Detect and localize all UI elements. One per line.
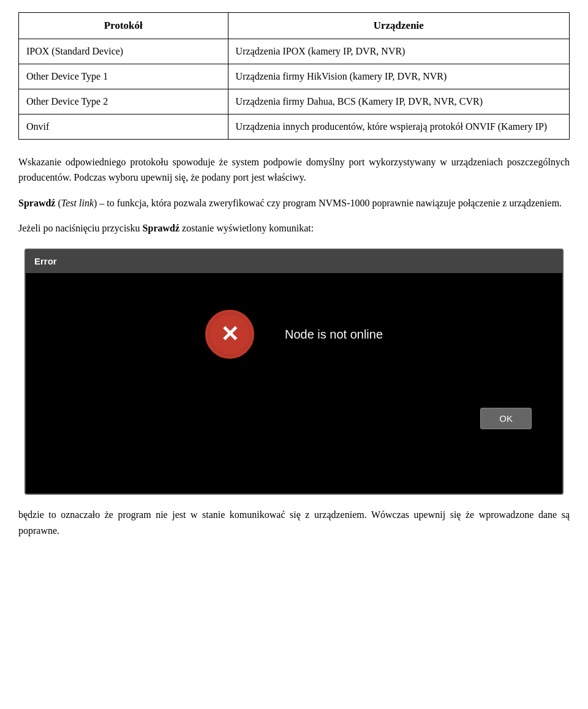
- error-titlebar: Error: [26, 250, 562, 274]
- error-dialog-container: Error Node is not online OK: [24, 249, 564, 495]
- error-content-row: Node is not online: [205, 310, 383, 359]
- table-row: Other Device Type 2 Urządzenia firmy Dah…: [19, 89, 570, 114]
- body-text-3-post: zostanie wyświetlony komunikat:: [179, 223, 314, 233]
- protocol-cell: Onvif: [19, 114, 228, 139]
- device-cell: Urządzenia firmy Dahua, BCS (Kamery IP, …: [228, 89, 569, 114]
- body-text-3-pre: Jeżeli po naciśnięciu przycisku: [18, 223, 143, 233]
- protocol-cell: IPOX (Standard Device): [19, 39, 228, 64]
- error-x-icon: [205, 310, 254, 359]
- protocol-cell: Other Device Type 1: [19, 64, 228, 89]
- col2-header: Urządzenie: [228, 13, 569, 39]
- test-link-label: Test link: [61, 198, 94, 208]
- protocol-table: Protokół Urządzenie IPOX (Standard Devic…: [18, 12, 570, 140]
- ok-button[interactable]: OK: [480, 408, 532, 429]
- body-paragraph-3: Jeżeli po naciśnięciu przycisku Sprawdź …: [18, 220, 570, 236]
- body-paragraph-4: będzie to oznaczało że program nie jest …: [18, 507, 570, 538]
- protocol-cell: Other Device Type 2: [19, 89, 228, 114]
- device-cell: Urządzenia IPOX (kamery IP, DVR, NVR): [228, 39, 569, 64]
- table-row: IPOX (Standard Device) Urządzenia IPOX (…: [19, 39, 570, 64]
- table-row: Onvif Urządzenia innych producentów, któ…: [19, 114, 570, 139]
- table-row: Other Device Type 1 Urządzenia firmy Hik…: [19, 64, 570, 89]
- body-paragraph-1: Wskazanie odpowiedniego protokołu spowod…: [18, 154, 570, 186]
- device-cell: Urządzenia firmy HikVision (kamery IP, D…: [228, 64, 569, 89]
- sprawdz-label: Sprawdź: [18, 198, 55, 208]
- body-text-2-after: – to funkcja, która pozwala zweryfikować…: [97, 198, 562, 208]
- error-dialog: Error Node is not online OK: [24, 249, 564, 495]
- error-body: Node is not online OK: [26, 273, 562, 493]
- device-cell: Urządzenia innych producentów, które wsp…: [228, 114, 569, 139]
- body-paragraph-2: Sprawdź (Test link) – to funkcja, która …: [18, 195, 570, 211]
- error-message: Node is not online: [285, 325, 383, 343]
- sprawdz-label-2: Sprawdź: [143, 223, 179, 233]
- col1-header: Protokół: [19, 13, 228, 39]
